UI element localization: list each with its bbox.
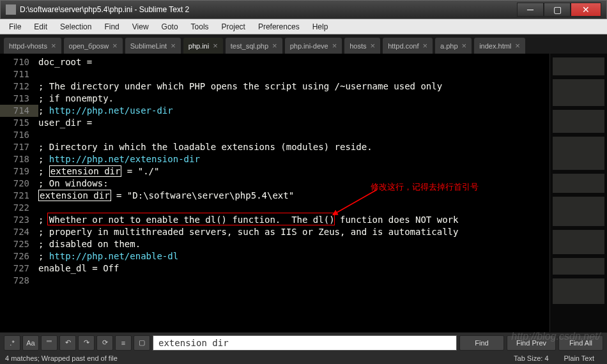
code-line[interactable]: 718; http://php.net/extension-dir — [0, 153, 549, 165]
tab-4[interactable]: test_sql.php× — [226, 38, 282, 54]
code-line[interactable]: 720; On windows: — [0, 178, 549, 190]
line-number: 723 — [0, 214, 38, 226]
titlebar: D:\software\server\php5.4\php.ini - Subl… — [0, 0, 607, 19]
code-line[interactable]: 723; Whether or not to enable the dl() f… — [0, 214, 549, 226]
close-icon[interactable]: × — [171, 41, 176, 50]
close-icon[interactable]: × — [51, 41, 56, 50]
tab-8[interactable]: a.php× — [435, 38, 472, 54]
find-opt-2[interactable]: "" — [41, 335, 58, 351]
menu-edit[interactable]: Edit — [27, 20, 54, 33]
code-content — [38, 68, 549, 80]
code-line[interactable]: 728 — [0, 275, 549, 287]
find-prev-button[interactable]: Find Prev — [507, 335, 556, 351]
code-line[interactable]: 725; disabled on them. — [0, 238, 549, 250]
find-opt-0[interactable]: .* — [4, 335, 20, 351]
tab-label: a.php — [440, 42, 458, 50]
code-line[interactable]: 712; The directory under which PHP opens… — [0, 80, 549, 93]
menu-find[interactable]: Find — [98, 20, 125, 33]
tab-5[interactable]: php.ini-deve× — [285, 38, 342, 54]
minimize-button[interactable]: ─ — [517, 3, 544, 17]
close-icon[interactable]: × — [112, 41, 118, 50]
find-opt-1[interactable]: Aa — [22, 335, 39, 351]
tab-9[interactable]: index.html× — [474, 38, 525, 54]
menu-selection[interactable]: Selection — [54, 20, 98, 33]
tab-label: httpd.conf — [388, 42, 419, 50]
tab-7[interactable]: httpd.conf× — [383, 38, 433, 54]
line-number: 727 — [0, 262, 38, 275]
status-syntax[interactable]: Plain Text — [557, 354, 603, 362]
code-content: ; if nonempty. — [38, 93, 549, 105]
maximize-button[interactable]: ▢ — [544, 3, 571, 17]
close-button[interactable]: ✕ — [571, 3, 601, 17]
tab-label: php.ini — [188, 42, 209, 50]
find-button[interactable]: Find — [459, 335, 504, 351]
code-line[interactable]: 714; http://php.net/user-dir — [0, 105, 549, 117]
close-icon[interactable]: × — [462, 41, 467, 50]
app-icon — [6, 4, 16, 15]
code-content — [38, 129, 549, 141]
find-opt-5[interactable]: ⟳ — [96, 335, 113, 351]
window-title: D:\software\server\php5.4\php.ini - Subl… — [20, 5, 517, 14]
menu-tools[interactable]: Tools — [185, 20, 215, 33]
code-line[interactable]: 724; properly in multithreaded servers, … — [0, 226, 549, 238]
close-icon[interactable]: × — [371, 41, 376, 50]
tab-2[interactable]: SublimeLint× — [125, 38, 181, 54]
menu-view[interactable]: View — [126, 20, 155, 33]
menu-file[interactable]: File — [3, 20, 27, 33]
close-icon[interactable]: × — [213, 41, 218, 50]
find-opt-4[interactable]: ↷ — [78, 335, 95, 351]
code-line[interactable]: 716 — [0, 129, 549, 141]
line-number: 726 — [0, 250, 38, 262]
find-opt-3[interactable]: ↶ — [59, 335, 76, 351]
code-line[interactable]: 711 — [0, 68, 549, 80]
code-content: ; On windows: — [38, 178, 549, 190]
menu-project[interactable]: Project — [215, 20, 252, 33]
tab-0[interactable]: httpd-vhosts× — [4, 38, 61, 54]
editor[interactable]: 710doc_root =711712; The directory under… — [0, 54, 549, 332]
code-line[interactable]: 726; http://php.net/enable-dl — [0, 250, 549, 262]
find-panel: .*Aa""↶↷⟳≡▢ Find Find Prev Find All — [0, 332, 607, 353]
line-number: 718 — [0, 153, 38, 165]
status-matches: 4 matches; Wrapped past end of file — [5, 354, 118, 362]
close-icon[interactable]: × — [515, 41, 520, 50]
line-number: 720 — [0, 178, 38, 190]
menu-help[interactable]: Help — [306, 20, 335, 33]
code-line[interactable]: 717; Directory in which the loadable ext… — [0, 141, 549, 153]
code-content — [38, 202, 549, 214]
tab-6[interactable]: hosts× — [344, 38, 380, 54]
line-number: 716 — [0, 129, 38, 141]
close-icon[interactable]: × — [422, 41, 427, 50]
code-content: ; http://php.net/user-dir — [38, 105, 549, 117]
menu-preferences[interactable]: Preferences — [252, 20, 306, 33]
code-content: ; http://php.net/enable-dl — [38, 250, 549, 262]
tab-label: hosts — [350, 42, 366, 50]
code-content: user_dir = — [38, 117, 549, 129]
code-line[interactable]: 713; if nonempty. — [0, 93, 549, 105]
code-content: ; Whether or not to enable the dl() func… — [38, 214, 549, 226]
close-icon[interactable]: × — [272, 41, 277, 50]
tab-3[interactable]: php.ini× — [183, 38, 223, 54]
code-line[interactable]: 719; extension_dir = "./" — [0, 165, 549, 178]
find-opt-7[interactable]: ▢ — [134, 335, 150, 351]
find-input[interactable] — [153, 335, 457, 351]
tab-1[interactable]: open_броsw× — [64, 38, 123, 54]
line-number: 717 — [0, 141, 38, 153]
line-number: 728 — [0, 275, 38, 287]
minimap[interactable] — [549, 54, 607, 332]
code-line[interactable]: 710doc_root = — [0, 56, 549, 68]
code-content: ; disabled on them. — [38, 238, 549, 250]
find-all-button[interactable]: Find All — [558, 335, 603, 351]
code-line[interactable]: 722 — [0, 202, 549, 214]
find-opt-6[interactable]: ≡ — [115, 335, 132, 351]
close-icon[interactable]: × — [332, 41, 337, 50]
code-line[interactable]: 727enable_dl = Off — [0, 262, 549, 275]
line-number: 721 — [0, 190, 38, 202]
tab-label: httpd-vhosts — [9, 42, 47, 50]
code-line[interactable]: 715user_dir = — [0, 117, 549, 129]
code-line[interactable]: 721extension_dir = "D:\software\server\p… — [0, 190, 549, 202]
code-content — [38, 275, 549, 287]
line-number: 725 — [0, 238, 38, 250]
tab-label: SublimeLint — [130, 42, 167, 50]
menu-goto[interactable]: Goto — [155, 20, 185, 33]
status-tab-size[interactable]: Tab Size: 4 — [506, 354, 556, 362]
